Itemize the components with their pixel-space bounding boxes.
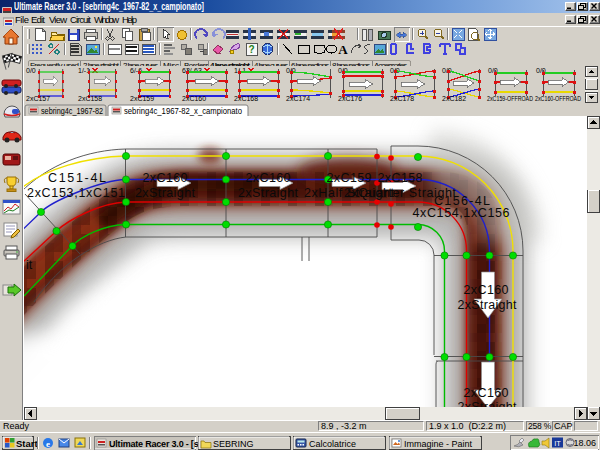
svg-text:2xC159: 2xC159 <box>327 171 372 185</box>
svg-text:18.06: 18.06 <box>573 438 596 448</box>
svg-text:4xC154,1xC156: 4xC154,1xC156 <box>413 206 510 220</box>
svg-text:?: ? <box>248 44 254 55</box>
svg-text:2xC174: 2xC174 <box>286 95 310 102</box>
svg-text:2xC158: 2xC158 <box>378 171 423 185</box>
svg-text:2xC160: 2xC160 <box>246 171 291 185</box>
svg-text:it: it <box>26 258 33 272</box>
svg-text:2xStraight: 2xStraight <box>135 186 196 200</box>
svg-text:0/0: 0/0 <box>26 67 36 74</box>
svg-text:Window: Window <box>94 14 119 25</box>
svg-text:Start: Start <box>16 438 38 449</box>
svg-text:0/0: 0/0 <box>442 67 452 74</box>
svg-text:Ultimate Racer 3.0 - [sebring4: Ultimate Racer 3.0 - [sebring4c_1967-82_… <box>14 1 204 12</box>
svg-text:SEBRING: SEBRING <box>213 439 254 449</box>
svg-text:IT: IT <box>554 439 561 448</box>
svg-text:Ultimate Racer 3.0 - [s...: Ultimate Racer 3.0 - [s... <box>109 439 205 449</box>
svg-text:2xC160: 2xC160 <box>464 283 509 297</box>
svg-text:Calcolatrice: Calcolatrice <box>309 439 356 449</box>
svg-text:sebring4c_1967-82: sebring4c_1967-82 <box>41 106 103 116</box>
svg-text:2xC160: 2xC160 <box>182 95 206 102</box>
svg-text:File: File <box>15 14 29 25</box>
svg-text:63/-63: 63/-63 <box>182 67 202 74</box>
svg-text:2xStraight: 2xStraight <box>238 186 299 200</box>
svg-text:Circuit: Circuit <box>70 14 91 25</box>
svg-text:2xC159: 2xC159 <box>130 95 154 102</box>
svg-text:2xC160-OFFROAD: 2xC160-OFFROAD <box>535 95 581 102</box>
svg-text:2xC182: 2xC182 <box>442 95 466 102</box>
svg-text:2xC160: 2xC160 <box>464 386 509 400</box>
svg-text:2xC157: 2xC157 <box>26 95 50 102</box>
svg-text:2xC178: 2xC178 <box>390 95 414 102</box>
svg-text:Immagine - Paint: Immagine - Paint <box>404 439 473 449</box>
svg-text:2xC153,1xC151: 2xC153,1xC151 <box>27 186 125 200</box>
svg-text:2xC168: 2xC168 <box>234 95 258 102</box>
svg-text:2xC160: 2xC160 <box>143 171 188 185</box>
svg-text:C151-4L: C151-4L <box>48 171 106 185</box>
svg-text:2xC158: 2xC158 <box>78 95 102 102</box>
svg-text:2xC159-OFFROAD: 2xC159-OFFROAD <box>487 95 533 102</box>
svg-text:2xStraight: 2xStraight <box>458 298 518 312</box>
svg-text:View: View <box>49 14 67 25</box>
svg-text:2xC176: 2xC176 <box>338 95 362 102</box>
svg-text:A: A <box>338 42 348 56</box>
svg-text:Edit: Edit <box>31 14 45 25</box>
svg-text:e: e <box>46 439 50 449</box>
svg-text:sebring4c_1967-82_x_campionato: sebring4c_1967-82_x_campionato <box>124 106 242 116</box>
svg-text:Help: Help <box>122 14 137 25</box>
